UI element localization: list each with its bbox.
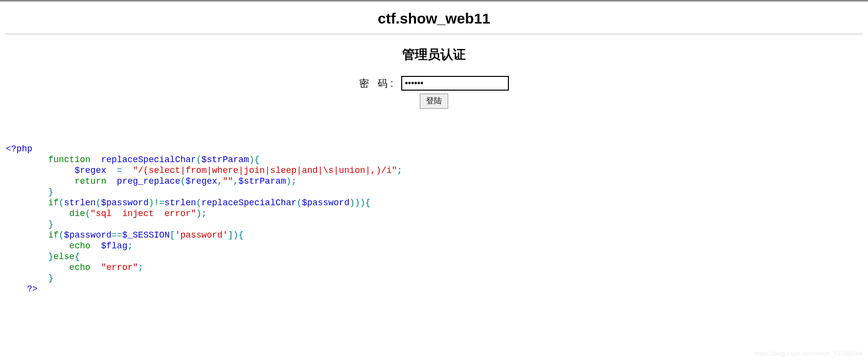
code-token: [91, 241, 101, 251]
code-token: replaceSpecialChar: [202, 198, 297, 208]
code-token: );: [286, 176, 297, 186]
code-token: (: [180, 176, 185, 186]
code-token: echo: [6, 241, 91, 251]
code-token: ,: [233, 176, 239, 186]
code-token: ,: [217, 176, 223, 186]
code-token: (: [297, 198, 302, 208]
code-token: "sql inject error": [91, 209, 196, 218]
code-token: $flag: [101, 241, 127, 251]
code-token: $_SESSION: [122, 230, 170, 240]
code-token: }: [6, 252, 53, 262]
code-token: "error": [101, 263, 138, 272]
code-token: (: [96, 198, 101, 208]
code-token: preg_replace: [106, 176, 180, 186]
code-token: ]){: [228, 230, 244, 240]
login-button[interactable]: 登陆: [420, 94, 448, 109]
code-token: ;: [127, 241, 133, 251]
code-token: <?php: [6, 144, 32, 154]
password-row: 密 码:: [359, 76, 508, 91]
code-token: }: [6, 219, 53, 229]
code-token: {: [74, 252, 80, 262]
code-token: $regex: [6, 166, 106, 175]
code-token: }: [6, 273, 53, 283]
code-token: ;: [397, 166, 402, 175]
code-token: }: [6, 187, 53, 197]
code-token: );: [196, 209, 207, 218]
password-label: 密 码:: [359, 77, 396, 90]
code-token: "": [223, 176, 233, 186]
code-token: "/(select|from|where|join|sleep|and|\s|u…: [133, 166, 397, 175]
auth-title: 管理员认证: [0, 46, 868, 63]
code-token: else: [53, 252, 74, 262]
page-title: ctf.show_web11: [0, 1, 868, 34]
code-token: function: [6, 155, 91, 165]
code-token: replaceSpecialChar: [91, 155, 196, 165]
code-token: $strParam: [238, 176, 286, 186]
code-token: ){: [249, 155, 260, 165]
code-token: [91, 263, 101, 272]
code-token: ;: [138, 263, 143, 272]
code-token: $regex: [185, 176, 217, 186]
code-token: =: [106, 166, 133, 175]
password-input[interactable]: [401, 76, 509, 91]
code-token: ?>: [6, 284, 38, 294]
code-token: ))){: [349, 198, 370, 208]
code-token: $password: [64, 230, 112, 240]
code-token: ==: [112, 230, 122, 240]
code-token: $password: [101, 198, 148, 208]
code-token: $password: [302, 198, 349, 208]
auth-section: 管理员认证 密 码: 登陆: [0, 46, 868, 109]
code-token: strlen: [64, 198, 96, 208]
code-token: echo: [6, 263, 91, 272]
php-source-code: <?php function replaceSpecialChar($strPa…: [6, 144, 402, 294]
code-token: (: [59, 198, 64, 208]
code-token: (: [85, 209, 91, 218]
code-token: return: [6, 176, 106, 186]
code-token: die: [6, 209, 85, 218]
code-token: if: [6, 198, 59, 208]
code-token: 'password': [175, 230, 228, 240]
code-token: (: [59, 230, 64, 240]
code-token: $strParam: [202, 155, 249, 165]
code-token: strlen: [164, 198, 196, 208]
code-token: [: [170, 230, 175, 240]
code-token: (: [196, 198, 202, 208]
code-token: )!=: [149, 198, 164, 208]
watermark: https://blog.csdn.net/weixin_51706044: [754, 350, 862, 357]
divider: [5, 34, 863, 34]
code-token: (: [196, 155, 202, 165]
code-token: if: [6, 230, 59, 240]
